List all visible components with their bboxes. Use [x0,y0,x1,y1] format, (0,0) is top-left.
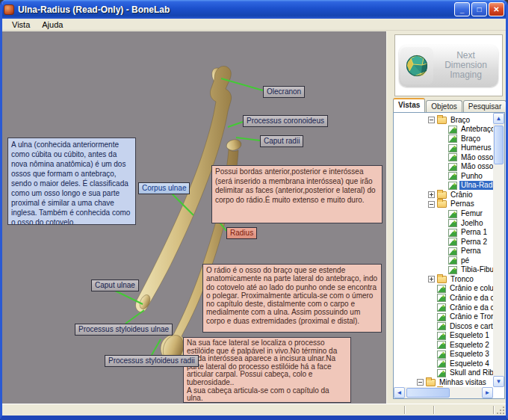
tree-item-label[interactable]: Braço [459,135,482,143]
menu-vista[interactable]: Vista [7,19,35,30]
tree-item-perna[interactable]: Perna [439,247,483,256]
tree-item-esqueleto-1[interactable]: Esqueleto 1 [428,331,491,341]
folder-icon [437,191,447,199]
label-olecranon[interactable]: Olecranon [263,86,305,98]
maximize-button[interactable]: □ [471,2,487,16]
tree-horizontal-scrollbar[interactable]: ◄ ► [394,387,493,398]
tree-item-esqueleto-3[interactable]: Esqueleto 3 [428,350,491,359]
vertical-scroll-thumb[interactable] [494,126,504,164]
tree-item-perna-1[interactable]: Perna 1 [439,228,489,238]
panel-splitter[interactable] [386,31,391,404]
tree-item-antebra-o[interactable]: Antebraço [439,125,493,135]
tree-item-label[interactable]: Esqueleto 3 [448,350,491,359]
tree-item-punho[interactable]: Punho [439,171,484,181]
tree-item-label[interactable]: Mão ossos [459,162,493,171]
close-button[interactable]: ✕ [489,2,504,16]
tree-item-esqueleto-2[interactable]: Esqueleto 2 [428,340,491,350]
tree-item-label[interactable]: Crânio e da cab [448,303,493,312]
label-processus-styloideus-ulnae[interactable]: Processus styloideus ulnae [75,324,173,336]
tree-item-label[interactable]: Perna [459,247,483,256]
tree-item-label[interactable]: Minhas visitas [438,378,488,387]
minimize-button[interactable]: _ [454,2,470,16]
tree-item-cr-nio[interactable]: Crânio [428,190,474,200]
3d-viewport[interactable]: A ulna (conhecida anteriormente como cúb… [2,31,386,404]
tree-item-humerus[interactable]: Humerus [439,143,493,153]
tree-item-label[interactable]: Tibia-Fibula [459,265,493,274]
tree-item-cr-nio-e-tronco[interactable]: Crânio e Tronco [428,312,493,322]
collapse-icon[interactable] [428,117,435,123]
collapse-icon[interactable] [417,379,424,386]
scroll-left-icon[interactable]: ◄ [394,387,405,398]
tree-item-label[interactable]: Esqueleto 2 [448,341,491,350]
tree-item-label[interactable]: Crânio e Tronco [448,312,493,321]
label-radius[interactable]: Radius [226,227,257,239]
tab-objetos[interactable]: Objetos [426,100,462,112]
tree-item-label[interactable]: Esqueleto 4 [448,359,491,368]
side-panel: Next Dimension Imaging Vistas Objetos Pe… [391,31,506,404]
tree-item-bra-o[interactable]: Braço [428,115,471,125]
view-thumbnail-icon [448,135,457,143]
tree-item-label[interactable]: Pernas [449,200,476,209]
tree-item-cr-nio-e-da-cab[interactable]: Crânio e da cab [428,293,493,303]
tree-item-label[interactable]: Crânio e da cab [448,294,493,303]
tree-item-label[interactable]: Crânio [449,191,474,200]
view-thumbnail-icon [437,303,446,312]
tree-item-perna-2[interactable]: Perna 2 [439,237,489,247]
label-processus-coronoideus[interactable]: Processus coronoideus [243,115,328,127]
tree-item-label[interactable]: Tronco [449,275,475,284]
tree-item-cr-nio-e-da-cab[interactable]: Crânio e da cab [428,303,493,312]
tree-item-esqueleto-4[interactable]: Esqueleto 4 [428,359,491,368]
tree-item-label[interactable]: Femur [459,209,484,218]
tree-item-label[interactable]: Punho [459,172,484,181]
tree-item-minhas-visitas[interactable]: Minhas visitas [417,377,488,387]
tree-item-label[interactable]: Braço [449,116,471,125]
tree-item-joelho[interactable]: Joelho [439,218,484,228]
resize-grip-icon[interactable] [496,406,505,415]
radius-borders-description-box: Possui bordas anterior,posterior e inter… [211,165,382,223]
tree-item-label[interactable]: pé [459,256,471,265]
tree-item-label[interactable]: Mão ossos [459,153,493,162]
label-corpus-ulnae[interactable]: Corpus ulnae [138,182,190,194]
tree-item-label[interactable]: Humerus [459,143,493,152]
tree-item-label[interactable]: Skull and Ribs [448,368,493,377]
tree-item-p-[interactable]: pé [439,256,471,265]
tree-item-pernas[interactable]: Pernas [428,200,476,209]
tree-item-tibia-fibula[interactable]: Tibia-Fibula [439,265,493,275]
scroll-right-icon[interactable]: ► [482,387,493,398]
tree-item-label[interactable]: Joelho [459,219,484,228]
label-processus-styloideus-radii[interactable]: Processus styloideus radii [105,355,199,367]
tree-item-tronco[interactable]: Tronco [428,274,475,284]
tree-item-m-o-ossos[interactable]: Mão ossos [439,152,493,162]
tree-item-bra-o[interactable]: Braço [439,134,482,143]
expand-icon[interactable] [428,191,435,198]
tree-item-cr-nio-e-coluna[interactable]: Crânio e coluna [428,284,493,294]
scroll-down-icon[interactable]: ▼ [493,376,504,387]
label-caput-ulnae[interactable]: Caput ulnae [91,280,139,291]
ulna-description-box: A ulna (conhecida anteriormente como cúb… [7,138,136,225]
tree-item-discos-e-cartila[interactable]: Discos e cartila [428,321,493,331]
tree-item-label[interactable]: Perna 2 [459,238,489,247]
tree-item-label[interactable]: Esqueleto 1 [448,331,491,340]
tree-item-m-o-ossos[interactable]: Mão ossos [439,162,493,172]
tree-item-femur[interactable]: Femur [439,209,484,219]
tree-item-label[interactable]: Crânio e coluna [448,284,493,293]
view-thumbnail-icon [448,172,457,180]
menu-ajuda[interactable]: Ajuda [37,19,68,30]
tree-vertical-scrollbar[interactable]: ▲ ▼ [493,113,504,387]
tree-item-label[interactable]: Discos e cartila [448,322,493,331]
view-thumbnail-icon [448,266,457,274]
expand-icon[interactable] [428,276,435,282]
horizontal-scroll-thumb[interactable] [406,388,450,398]
tab-vistas[interactable]: Vistas [393,98,425,112]
tree-item-skull-and-ribs[interactable]: Skull and Ribs [428,368,493,378]
tree-item-ulna-radius[interactable]: Ulna-Radius [439,181,493,191]
window-title: Ulna-Radius (Read-Only) - BoneLab [18,4,454,15]
collapse-icon[interactable] [428,201,435,208]
tree-item-label[interactable]: Perna 1 [459,228,489,237]
tab-pesquisar[interactable]: Pesquisar [463,100,507,112]
tree-item-label[interactable]: Antebraço [459,125,493,134]
scroll-up-icon[interactable]: ▲ [493,113,504,124]
view-thumbnail-icon [448,210,457,218]
label-caput-radii[interactable]: Caput radii [260,135,303,147]
tree-item-label[interactable]: Ulna-Radius [459,181,493,190]
